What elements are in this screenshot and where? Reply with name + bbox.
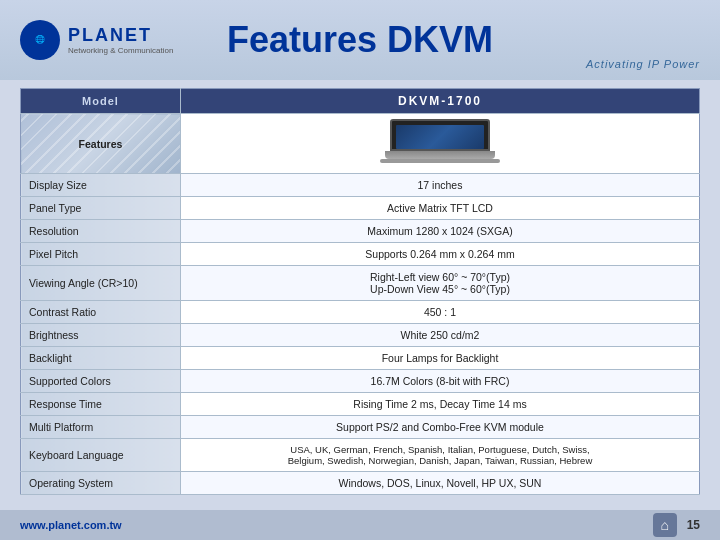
row-value: USA, UK, German, French, Spanish, Italia… [181, 439, 700, 472]
laptop-screen-inner [396, 125, 484, 149]
row-label: Response Time [21, 393, 181, 416]
logo-area: 🌐 PLANET Networking & Communication [20, 20, 173, 60]
row-value: Windows, DOS, Linux, Novell, HP UX, SUN [181, 472, 700, 495]
main-content: Model DKVM-1700 Features [0, 80, 720, 510]
logo-planet-text: 🌐 [35, 36, 45, 45]
row-label: Multi Platform [21, 416, 181, 439]
laptop-image [380, 119, 500, 169]
page: 🌐 PLANET Networking & Communication Feat… [0, 0, 720, 540]
table-row: Viewing Angle (CR>10) Right-Left view 60… [21, 266, 700, 301]
row-label: Panel Type [21, 197, 181, 220]
table-row: Supported Colors 16.7M Colors (8-bit wit… [21, 370, 700, 393]
row-label: Brightness [21, 324, 181, 347]
laptop-screen [390, 119, 490, 151]
footer-url: www.planet.com.tw [20, 519, 122, 531]
logo-text: PLANET Networking & Communication [68, 25, 173, 55]
page-title: Features DKVM [227, 19, 493, 61]
row-value: Active Matrix TFT LCD [181, 197, 700, 220]
model-col-header: Model [21, 89, 181, 114]
table-row: Backlight Four Lamps for Backlight [21, 347, 700, 370]
logo-icon: 🌐 [20, 20, 60, 60]
table-row: Multi Platform Support PS/2 and Combo-Fr… [21, 416, 700, 439]
footer: www.planet.com.tw ⌂ 15 [0, 510, 720, 540]
features-label-cell: Features [21, 114, 181, 174]
table-row: Display Size 17 inches [21, 174, 700, 197]
row-label: Viewing Angle (CR>10) [21, 266, 181, 301]
table-row: Contrast Ratio 450 : 1 [21, 301, 700, 324]
row-value: Support PS/2 and Combo-Free KVM module [181, 416, 700, 439]
table-row: Operating System Windows, DOS, Linux, No… [21, 472, 700, 495]
row-label: Operating System [21, 472, 181, 495]
row-label: Supported Colors [21, 370, 181, 393]
product-image-cell [181, 114, 700, 174]
row-label: Display Size [21, 174, 181, 197]
row-label: Backlight [21, 347, 181, 370]
laptop-base [385, 151, 495, 159]
table-row: Resolution Maximum 1280 x 1024 (SXGA) [21, 220, 700, 243]
dkvm-col-header: DKVM-1700 [181, 89, 700, 114]
table-row: Response Time Rising Time 2 ms, Decay Ti… [21, 393, 700, 416]
row-value: Four Lamps for Backlight [181, 347, 700, 370]
activating-text: Activating IP Power [586, 58, 700, 70]
home-button[interactable]: ⌂ [653, 513, 677, 537]
row-value: Supports 0.264 mm x 0.264 mm [181, 243, 700, 266]
row-value: 450 : 1 [181, 301, 700, 324]
laptop-foot [380, 159, 500, 163]
table-row: Keyboard Language USA, UK, German, Frenc… [21, 439, 700, 472]
row-value: White 250 cd/m2 [181, 324, 700, 347]
features-table: Model DKVM-1700 Features [20, 88, 700, 495]
home-icon: ⌂ [660, 517, 668, 533]
table-header-row: Model DKVM-1700 [21, 89, 700, 114]
page-number: 15 [687, 518, 700, 532]
row-value: 16.7M Colors (8-bit with FRC) [181, 370, 700, 393]
row-value: Rising Time 2 ms, Decay Time 14 ms [181, 393, 700, 416]
table-features-image-row: Features [21, 114, 700, 174]
row-value: Right-Left view 60° ~ 70°(Typ)Up-Down Vi… [181, 266, 700, 301]
row-label: Pixel Pitch [21, 243, 181, 266]
header: 🌐 PLANET Networking & Communication Feat… [0, 0, 720, 80]
table-row: Panel Type Active Matrix TFT LCD [21, 197, 700, 220]
row-label: Resolution [21, 220, 181, 243]
table-row: Pixel Pitch Supports 0.264 mm x 0.264 mm [21, 243, 700, 266]
row-label: Keyboard Language [21, 439, 181, 472]
row-value: 17 inches [181, 174, 700, 197]
row-label: Contrast Ratio [21, 301, 181, 324]
row-value: Maximum 1280 x 1024 (SXGA) [181, 220, 700, 243]
table-row: Brightness White 250 cd/m2 [21, 324, 700, 347]
